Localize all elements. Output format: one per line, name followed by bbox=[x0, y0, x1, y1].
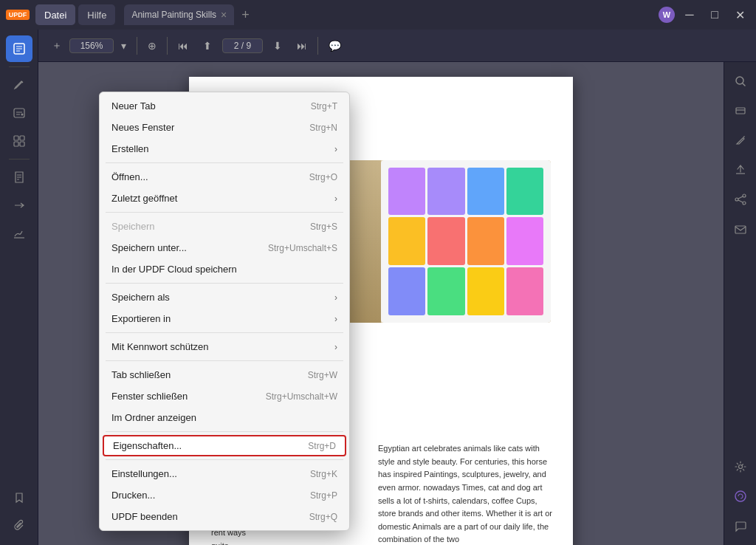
page-input[interactable] bbox=[222, 38, 263, 53]
menu-arrow-create: › bbox=[334, 144, 337, 154]
maximize-button[interactable]: □ bbox=[704, 4, 725, 25]
menu-divider-5 bbox=[106, 360, 343, 361]
menu-item-open[interactable]: Öffnen... Strg+O bbox=[100, 166, 349, 188]
right-sidebar-icon-annotate[interactable] bbox=[727, 127, 754, 154]
tab-close-button[interactable]: × bbox=[221, 9, 227, 21]
svg-point-9 bbox=[743, 194, 746, 197]
viewport-wrapper: Neuer Tab Strg+T Neues Fenster Strg+N Er… bbox=[38, 62, 756, 545]
content-area: ＋ 156% ▾ ⊕ ⏮ ⬆ ⬇ ⏭ 💬 Neuer Tab Strg+ bbox=[38, 30, 756, 545]
menu-divider-6 bbox=[106, 431, 343, 432]
menu-item-create[interactable]: Erstellen › bbox=[100, 138, 349, 160]
right-sidebar-icon-share[interactable] bbox=[727, 186, 754, 213]
sidebar-divider-1 bbox=[9, 66, 30, 67]
datei-dropdown-menu: Neuer Tab Strg+T Neues Fenster Strg+N Er… bbox=[99, 92, 350, 531]
menu-shortcut-new-tab: Strg+T bbox=[311, 101, 337, 112]
menu-item-save-cloud[interactable]: In der UPDF Cloud speichern bbox=[100, 258, 349, 280]
svg-rect-8 bbox=[736, 108, 745, 114]
right-sidebar-icon-settings[interactable] bbox=[727, 453, 754, 480]
menu-label-open: Öffnen... bbox=[111, 171, 148, 182]
svg-rect-5 bbox=[14, 142, 18, 146]
menu-label-print: Drucken... bbox=[111, 490, 155, 501]
sidebar-bottom bbox=[6, 484, 32, 539]
right-sidebar-icon-layers[interactable] bbox=[727, 97, 754, 124]
palette-cell-8 bbox=[506, 217, 543, 265]
sidebar-icon-annotate[interactable] bbox=[6, 100, 32, 126]
hilfe-menu-button[interactable]: Hilfe bbox=[78, 4, 115, 25]
menu-shortcut-close-window: Strg+Umschalt+W bbox=[266, 391, 337, 402]
zoom-dropdown-button[interactable]: ▾ bbox=[117, 37, 131, 55]
menu-item-properties[interactable]: Eigenschaften... Strg+D bbox=[103, 435, 346, 456]
menu-item-save-as[interactable]: Speichern unter... Strg+Umschalt+S bbox=[100, 237, 349, 258]
sidebar-icon-bookmark[interactable] bbox=[6, 484, 32, 511]
menu-item-export[interactable]: Exportieren in › bbox=[100, 308, 349, 329]
palette-cell-11 bbox=[467, 267, 504, 315]
menu-label-new-tab: Neuer Tab bbox=[111, 100, 156, 112]
toolbar-divider-2 bbox=[167, 37, 168, 55]
menu-item-save-as2[interactable]: Speichern als › bbox=[100, 287, 349, 308]
datei-menu-button[interactable]: Datei bbox=[35, 4, 75, 25]
sidebar-icon-ocr[interactable] bbox=[6, 164, 32, 191]
menu-item-print[interactable]: Drucken... Strg+P bbox=[100, 484, 349, 506]
sidebar-icon-organize[interactable] bbox=[6, 128, 32, 154]
menu-label-protect: Mit Kennwort schützen bbox=[111, 341, 209, 352]
zoom-in-button[interactable]: ＋ bbox=[47, 36, 66, 55]
last-page-button[interactable]: ⏭ bbox=[292, 37, 312, 55]
svg-rect-12 bbox=[735, 226, 746, 233]
tab-animal-painting[interactable]: Animal Painting Skills × bbox=[124, 4, 234, 25]
menu-shortcut-open: Strg+O bbox=[309, 172, 337, 182]
menu-label-save: Speichern bbox=[111, 221, 155, 232]
sidebar-icon-convert[interactable] bbox=[6, 192, 32, 219]
menu-item-settings[interactable]: Einstellungen... Strg+K bbox=[100, 463, 349, 484]
menu-label-save-as: Speichern unter... bbox=[111, 242, 187, 253]
sidebar-icon-attachment[interactable] bbox=[6, 513, 32, 539]
menu-shortcut-properties: Strg+D bbox=[308, 441, 336, 451]
tab-area: Animal Painting Skills × + bbox=[124, 4, 656, 25]
svg-rect-6 bbox=[20, 142, 24, 146]
palette-cell-7 bbox=[467, 217, 504, 265]
tab-title: Animal Painting Skills bbox=[131, 10, 216, 20]
menu-item-new-window[interactable]: Neues Fenster Strg+N bbox=[100, 117, 349, 138]
menu-item-close-window[interactable]: Fenster schließen Strg+Umschalt+W bbox=[100, 385, 349, 407]
right-sidebar-icon-search[interactable] bbox=[727, 68, 754, 95]
zoom-control: ＋ 156% ▾ bbox=[47, 36, 131, 55]
add-tab-button[interactable]: + bbox=[237, 7, 254, 23]
right-sidebar-icon-comment[interactable] bbox=[727, 513, 754, 539]
menu-item-recent[interactable]: Zuletzt geöffnet › bbox=[100, 188, 349, 209]
sidebar-icon-sign[interactable] bbox=[6, 220, 32, 247]
right-sidebar-icon-ai[interactable] bbox=[727, 483, 754, 510]
svg-point-14 bbox=[735, 491, 746, 501]
user-avatar[interactable]: W bbox=[659, 7, 675, 23]
zoom-display[interactable]: 156% bbox=[69, 38, 114, 53]
toolbar: ＋ 156% ▾ ⊕ ⏮ ⬆ ⬇ ⏭ 💬 bbox=[38, 30, 756, 62]
menu-item-show-folder[interactable]: Im Ordner anzeigen bbox=[100, 407, 349, 428]
sidebar-icon-viewer[interactable] bbox=[6, 35, 32, 62]
menu-label-properties: Eigenschaften... bbox=[113, 440, 182, 451]
comment-button[interactable]: 💬 bbox=[324, 37, 346, 55]
menu-shortcut-new-window: Strg+N bbox=[309, 123, 337, 133]
palette-cell-9 bbox=[388, 267, 425, 315]
next-page-button[interactable]: ⬇ bbox=[269, 37, 286, 55]
prev-page-button[interactable]: ⬆ bbox=[199, 37, 216, 55]
menu-item-new-tab[interactable]: Neuer Tab Strg+T bbox=[100, 95, 349, 117]
menu-arrow-recent: › bbox=[334, 193, 337, 204]
palette-cell-6 bbox=[427, 217, 464, 265]
first-page-button[interactable]: ⏮ bbox=[173, 37, 193, 55]
palette-cell-1 bbox=[388, 168, 425, 216]
fit-page-button[interactable]: ⊕ bbox=[143, 37, 161, 55]
menu-label-save-cloud: In der UPDF Cloud speichern bbox=[111, 264, 237, 275]
svg-rect-3 bbox=[14, 136, 18, 140]
menu-divider-2 bbox=[106, 212, 343, 213]
menu-shortcut-quit: Strg+Q bbox=[309, 512, 337, 522]
menu-label-quit: UPDF beenden bbox=[111, 511, 178, 522]
right-sidebar-icon-export[interactable] bbox=[727, 157, 754, 183]
menu-item-quit[interactable]: UPDF beenden Strg+Q bbox=[100, 506, 349, 527]
sidebar-icon-edit[interactable] bbox=[6, 72, 32, 98]
right-sidebar-icon-mail[interactable] bbox=[727, 216, 754, 242]
close-button[interactable]: ✕ bbox=[729, 4, 750, 25]
updf-logo-text: UPDF bbox=[6, 10, 30, 20]
menu-arrow-export: › bbox=[334, 314, 337, 324]
menu-item-close-tab[interactable]: Tab schließen Strg+W bbox=[100, 364, 349, 385]
minimize-button[interactable]: ─ bbox=[679, 4, 700, 25]
menu-item-protect[interactable]: Mit Kennwort schützen › bbox=[100, 336, 349, 357]
palette-cell-12 bbox=[506, 267, 543, 315]
